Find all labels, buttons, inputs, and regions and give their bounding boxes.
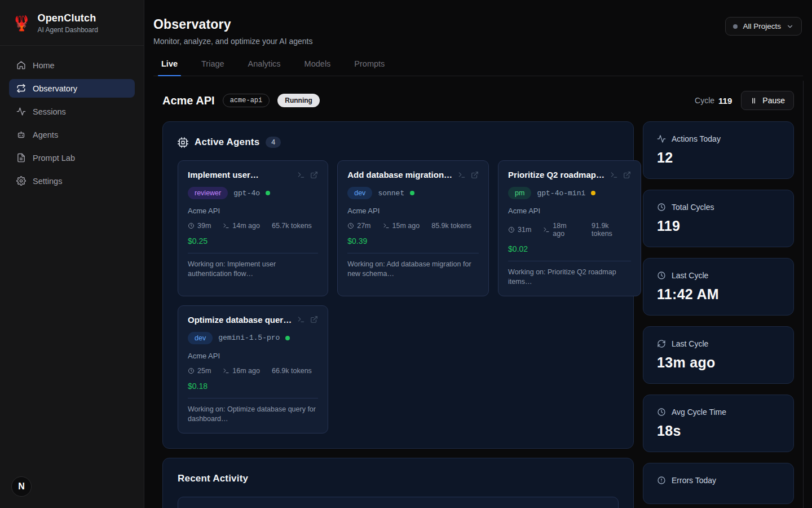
agent-cost: $0.39	[347, 237, 479, 246]
tab-triage[interactable]: Triage	[200, 59, 226, 76]
agent-task-title: Add database migration…	[347, 170, 452, 179]
activity-icon	[657, 134, 666, 143]
agent-project: Acme API	[508, 207, 631, 215]
sidebar-item-observatory[interactable]: Observatory	[9, 79, 135, 98]
agent-task-title: Prioritize Q2 roadmap…	[508, 170, 604, 179]
agent-tokens: 66.9k tokens	[272, 367, 312, 375]
clock-icon	[188, 367, 195, 374]
agent-project: Acme API	[347, 207, 479, 215]
project-dot-icon	[733, 24, 738, 29]
sidebar-item-settings[interactable]: Settings	[9, 172, 135, 190]
status-dot-icon	[285, 336, 290, 340]
project-slug-badge: acme-api	[223, 94, 270, 107]
agent-card[interactable]: Prioritize Q2 roadmap… pm gpt-4o-mini	[498, 160, 641, 296]
stat-card-total-cycles: Total Cycles 119	[643, 190, 794, 247]
agent-working-on: Working on: Add database migration for n…	[347, 260, 479, 279]
terminal-icon[interactable]	[610, 171, 618, 179]
terminal-icon[interactable]	[297, 171, 305, 179]
agent-tokens: 91.9k tokens	[592, 222, 631, 238]
agent-task-title: Implement user…	[188, 170, 259, 179]
agent-duration: 39m	[197, 222, 211, 230]
agent-card[interactable]: Optimize database quer… dev gemini-1.5-p…	[178, 305, 328, 433]
stat-value: 12	[657, 150, 780, 166]
stat-label: Last Cycle	[672, 339, 708, 348]
pause-icon	[750, 97, 757, 104]
stats-column: Actions Today 12 Total Cycles 119 Last C…	[643, 121, 794, 508]
tab-prompts[interactable]: Prompts	[353, 59, 386, 76]
sidebar: 🦞 OpenClutch AI Agent Dashboard Home Obs…	[0, 0, 144, 508]
agent-duration: 25m	[197, 367, 211, 375]
home-icon	[16, 60, 26, 70]
sidebar-nav: Home Observatory Sessions Agents Prompt …	[0, 46, 144, 205]
terminal-icon	[223, 367, 230, 374]
recent-activity-panel: Recent Activity	[162, 458, 634, 508]
agent-tokens: 65.7k tokens	[272, 222, 312, 230]
agent-last-action: 18m ago	[553, 222, 580, 238]
model-name: sonnet	[378, 189, 404, 198]
tab-live[interactable]: Live	[160, 59, 179, 76]
sidebar-item-sessions[interactable]: Sessions	[9, 102, 135, 121]
external-link-icon[interactable]	[623, 171, 631, 179]
bot-icon	[16, 130, 26, 139]
terminal-icon[interactable]	[297, 316, 305, 323]
role-badge: dev	[347, 187, 372, 199]
pause-button-label: Pause	[762, 96, 785, 105]
terminal-icon	[543, 226, 550, 233]
agent-project: Acme API	[188, 207, 318, 215]
sidebar-item-label: Agents	[33, 130, 58, 139]
project-filter-dropdown[interactable]: All Projects	[725, 17, 802, 36]
alert-circle-icon	[657, 476, 666, 485]
agent-duration: 31m	[518, 226, 531, 234]
agent-task-title: Optimize database quer…	[188, 315, 292, 325]
model-name: gemini-1.5-pro	[218, 334, 280, 342]
main-area: Observatory Monitor, analyze, and optimi…	[144, 0, 812, 508]
stat-label: Last Cycle	[672, 271, 708, 280]
active-agents-title: Active Agents	[195, 137, 259, 148]
recent-activity-title: Recent Activity	[178, 473, 248, 484]
status-dot-icon	[410, 191, 414, 195]
agent-card[interactable]: Add database migration… dev sonnet	[337, 160, 489, 296]
activity-icon	[16, 107, 26, 116]
tab-bar: Live Triage Analytics Models Prompts	[153, 59, 803, 76]
agent-working-on: Working on: Prioritize Q2 roadmap items…	[508, 268, 631, 287]
role-badge: reviewer	[188, 187, 228, 199]
stat-label: Total Cycles	[672, 203, 714, 212]
external-link-icon[interactable]	[310, 171, 318, 179]
clock-icon	[657, 408, 666, 417]
sidebar-item-home[interactable]: Home	[9, 56, 135, 75]
stat-label: Actions Today	[672, 134, 721, 143]
sidebar-item-prompt-lab[interactable]: Prompt Lab	[9, 148, 135, 167]
clock-icon	[657, 271, 666, 280]
sidebar-item-agents[interactable]: Agents	[9, 125, 135, 144]
status-badge: Running	[277, 94, 320, 107]
status-dot-icon	[266, 191, 270, 195]
project-name: Acme API	[162, 94, 215, 107]
activity-list-item[interactable]	[178, 497, 619, 508]
chevron-down-icon	[786, 23, 794, 30]
model-name: gpt-4o	[233, 189, 260, 198]
tab-models[interactable]: Models	[303, 59, 332, 76]
stat-label: Avg Cycle Time	[672, 408, 726, 417]
external-link-icon[interactable]	[310, 316, 318, 323]
agent-last-action: 15m ago	[392, 222, 420, 230]
nextjs-badge-icon[interactable]: N	[11, 476, 32, 497]
pause-button[interactable]: Pause	[741, 91, 794, 110]
agent-tokens: 85.9k tokens	[431, 222, 471, 230]
scrollbar-track[interactable]	[803, 81, 804, 508]
stat-value: 119	[657, 218, 780, 234]
cpu-icon	[178, 137, 188, 148]
role-badge: dev	[188, 332, 213, 344]
agent-working-on: Working on: Optimize database query for …	[188, 405, 318, 424]
terminal-icon[interactable]	[458, 171, 466, 179]
page-subtitle: Monitor, analyze, and optimize your AI a…	[153, 37, 313, 46]
agent-cost: $0.25	[188, 237, 318, 246]
tab-analytics[interactable]: Analytics	[247, 59, 282, 76]
cycle-label: Cycle	[695, 96, 714, 105]
clock-icon	[347, 222, 354, 229]
app-subtitle: AI Agent Dashboard	[37, 26, 98, 34]
sidebar-item-label: Prompt Lab	[33, 154, 75, 163]
stat-card-actions-today: Actions Today 12	[643, 121, 794, 179]
agent-card[interactable]: Implement user… reviewer gpt-4o	[178, 160, 328, 296]
app-logo: 🦞 OpenClutch AI Agent Dashboard	[0, 0, 144, 46]
external-link-icon[interactable]	[471, 171, 479, 179]
